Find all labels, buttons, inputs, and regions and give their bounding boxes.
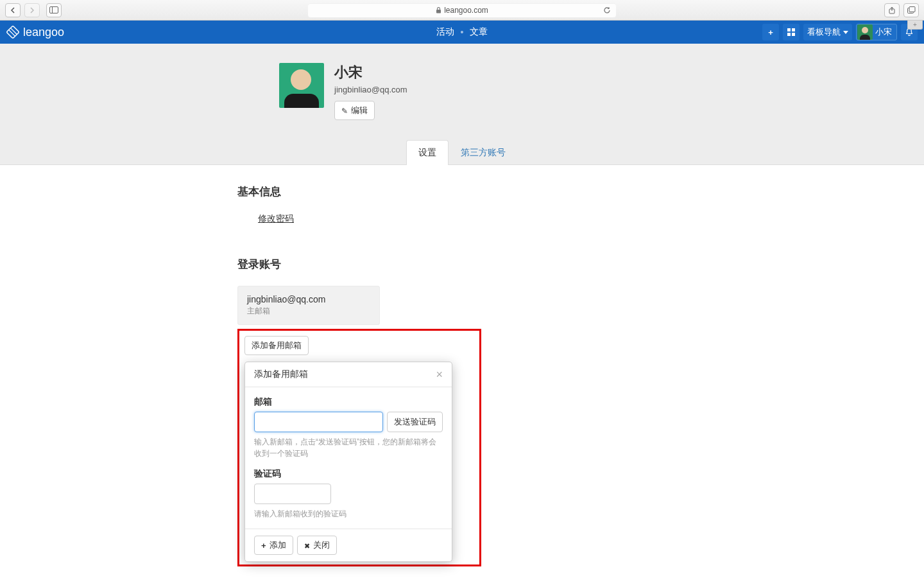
profile-email: jingbinliao@qq.com [334,85,407,94]
plus-icon [768,28,773,37]
brand-logo-icon [6,26,19,39]
primary-email-card: jingbinliao@qq.com 主邮箱 [237,286,380,325]
board-nav-label: 看板导航 [807,26,841,38]
apps-grid-button[interactable] [783,24,800,40]
add-backup-email-modal: 添加备用邮箱 × 邮箱 发送验证码 输入新邮箱，点击“发送验证码”按钮，您的新邮… [244,362,452,562]
profile-name: 小宋 [334,63,407,82]
modal-close-label: 关闭 [313,539,330,551]
tab-settings[interactable]: 设置 [406,140,449,165]
nav-activity[interactable]: 活动 [436,26,454,38]
highlight-annotation: 添加备用邮箱 添加备用邮箱 × 邮箱 发送验证码 输入新邮箱，点击“发送验证码”… [237,329,481,566]
grid-icon [787,28,795,36]
avatar-large [279,63,324,108]
section-login-account: 登录账号 [237,257,687,272]
edit-profile-button[interactable]: 编辑 [334,101,375,120]
tabs-button[interactable] [903,3,919,17]
modal-close-footer-button[interactable]: 关闭 [297,536,337,555]
create-button[interactable] [762,24,779,40]
address-bar[interactable]: leangoo.com [308,3,616,17]
nav-forward-button[interactable] [24,3,40,17]
svg-rect-0 [50,7,58,13]
modal-close-button[interactable]: × [436,369,443,380]
primary-email-value: jingbinliao@qq.com [247,294,370,304]
modal-add-button[interactable]: 添加 [254,536,293,555]
tab-strip: 设置 第三方账号 [99,139,825,164]
close-icon [304,541,310,550]
add-backup-email-button[interactable]: 添加备用邮箱 [244,336,309,355]
verify-code-input[interactable] [254,484,331,504]
avatar-small [857,24,873,40]
top-center-nav: 活动 • 文章 [436,26,488,38]
chevron-down-icon [843,31,848,34]
send-code-button[interactable]: 发送验证码 [387,412,443,432]
sidebar-toggle-button[interactable] [46,3,62,17]
new-tab-button[interactable]: + [907,21,923,30]
nav-article[interactable]: 文章 [470,26,488,38]
lock-icon [436,7,441,13]
code-field-label: 验证码 [254,468,443,480]
code-help-text: 请输入新邮箱收到的验证码 [254,508,443,520]
share-button[interactable] [884,3,900,17]
svg-rect-5 [909,7,915,12]
browser-toolbar: leangoo.com [0,0,924,21]
pencil-icon [341,106,348,116]
nav-separator: • [461,27,464,37]
plus-icon [261,541,266,550]
email-field-label: 邮箱 [254,396,443,408]
brand-name: leangoo [23,26,64,39]
profile-header: 小宋 jingbinliao@qq.com 编辑 [99,63,825,120]
tab-third-party[interactable]: 第三方账号 [449,140,518,165]
board-nav-dropdown[interactable]: 看板导航 [803,24,852,40]
modal-title: 添加备用邮箱 [254,369,436,380]
svg-rect-2 [436,10,441,13]
primary-email-tag: 主邮箱 [247,306,370,317]
section-basic-info: 基本信息 [237,184,687,199]
backup-email-input[interactable] [254,412,383,432]
svg-rect-6 [6,26,19,39]
user-name: 小宋 [875,26,892,38]
brand[interactable]: leangoo [6,26,64,39]
change-password-link[interactable]: 修改密码 [258,213,294,225]
email-help-text: 输入新邮箱，点击“发送验证码”按钮，您的新邮箱将会收到一个验证码 [254,436,443,459]
url-host: leangoo.com [444,6,488,15]
reload-icon[interactable] [603,6,611,14]
nav-back-button[interactable] [5,3,21,17]
edit-label: 编辑 [351,105,368,116]
app-top-bar: leangoo 活动 • 文章 看板导航 小宋 [0,21,924,44]
user-menu[interactable]: 小宋 [856,24,897,40]
modal-add-label: 添加 [270,539,286,551]
